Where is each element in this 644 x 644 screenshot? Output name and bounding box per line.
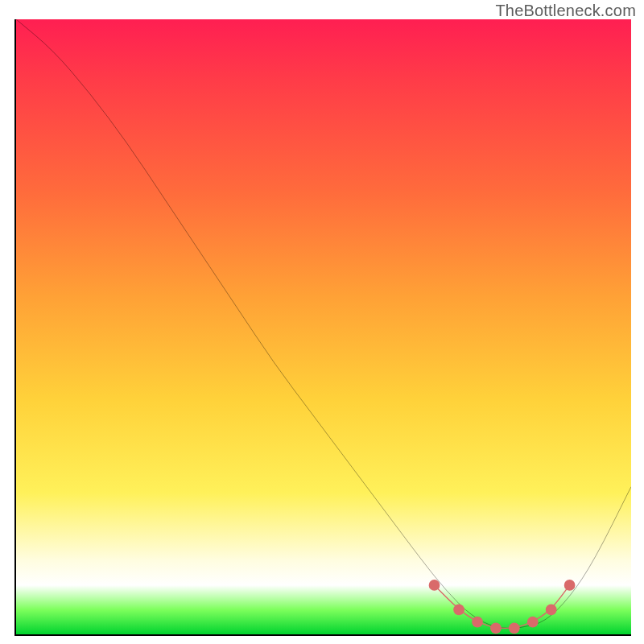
chart-root: TheBottleneck.com — [0, 0, 644, 644]
highlight-dot — [453, 605, 464, 616]
highlight-dot — [564, 580, 576, 591]
plot-area — [14, 19, 631, 636]
highlight-dot — [472, 617, 483, 628]
highlight-dot — [429, 580, 440, 591]
curve-layer — [16, 19, 631, 634]
main-curve — [16, 19, 631, 628]
highlight-dot — [527, 617, 539, 628]
highlight-dot — [509, 622, 520, 634]
highlight-dot — [490, 622, 502, 634]
highlight-dot — [546, 605, 557, 616]
watermark-text: TheBottleneck.com — [495, 2, 636, 20]
